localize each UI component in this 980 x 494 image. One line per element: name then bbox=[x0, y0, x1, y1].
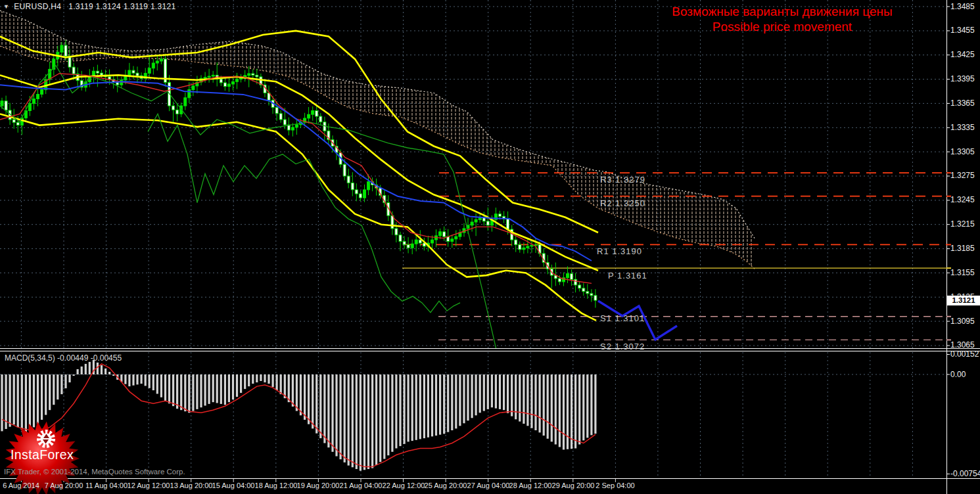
price-axis-label: 1.3335 bbox=[950, 123, 975, 132]
price-axis-label: 1.3485 bbox=[950, 2, 975, 11]
price-axis-label: 1.3185 bbox=[950, 244, 975, 253]
pivot-label-r3: R3 1.3279 bbox=[600, 175, 645, 185]
symbol-period-label: EURUSD,H4 bbox=[14, 2, 61, 11]
price-axis-label: 1.3365 bbox=[950, 99, 975, 108]
chart-title-bar: ▼EURUSD,H41.3119 1.3124 1.3119 1.3121 bbox=[3, 2, 175, 11]
bollinger-upper-line bbox=[0, 31, 598, 233]
annotation-line-en: Possible price movement bbox=[641, 19, 923, 34]
copyright-text: IFX Trader, © 2001-2014, MetaQuotes Soft… bbox=[4, 468, 185, 476]
ohlc-values: 1.3119 1.3124 1.3119 1.3121 bbox=[68, 2, 175, 11]
symbol-dropdown-icon[interactable]: ▼ bbox=[3, 3, 9, 10]
pivot-label-r1: R1 1.3190 bbox=[597, 246, 642, 256]
price-axis-label: 1.3425 bbox=[950, 50, 975, 59]
macd-histogram bbox=[1, 360, 596, 471]
price-axis-label: 1.3275 bbox=[950, 171, 975, 180]
pivot-label-r2: R2 1.3250 bbox=[600, 198, 645, 208]
macd-axis-label: -0.00754 bbox=[950, 469, 980, 478]
price-axis-label: 1.3065 bbox=[950, 340, 975, 349]
macd-axis-label: 0.00 bbox=[950, 370, 966, 379]
brand-text: InstaForex bbox=[8, 447, 76, 462]
price-axis-label: 1.3215 bbox=[950, 219, 975, 229]
current-price-tag: 1.3121 bbox=[947, 296, 980, 305]
price-chart-canvas[interactable] bbox=[0, 0, 980, 494]
forecast-annotation: Возможные варианты движения цены Possibl… bbox=[641, 4, 923, 34]
kijun-line bbox=[0, 81, 592, 261]
chart-window: ▼EURUSD,H41.3119 1.3124 1.3119 1.3121 Во… bbox=[0, 0, 980, 494]
pivot-label-s1: S1 1.3101 bbox=[600, 313, 645, 323]
price-axis-label: 1.3095 bbox=[950, 317, 975, 326]
price-axis-label: 1.3245 bbox=[950, 195, 975, 204]
annotation-line-ru: Возможные варианты движения цены bbox=[641, 4, 923, 19]
macd-indicator-label: MACD(5,34,5) -0.00449 -0.00455 bbox=[5, 353, 122, 363]
macd-axis-label: 0.00152 bbox=[950, 349, 979, 359]
price-axis-label: 1.3155 bbox=[950, 268, 975, 277]
macd-signal-line bbox=[2, 364, 595, 467]
price-axis-label: 1.3305 bbox=[950, 147, 975, 156]
pivot-label-s2: S2 1.3072 bbox=[600, 342, 645, 351]
grid bbox=[0, 0, 946, 478]
chikou-lower-line bbox=[148, 114, 460, 312]
tenkan-line bbox=[0, 74, 592, 283]
price-axis-label: 1.3455 bbox=[950, 26, 975, 35]
pivot-label-p: P 1.3161 bbox=[608, 271, 647, 281]
time-axis-label: 2 Sep 04:00 bbox=[586, 482, 645, 489]
price-axis-label: 1.3395 bbox=[950, 74, 975, 83]
